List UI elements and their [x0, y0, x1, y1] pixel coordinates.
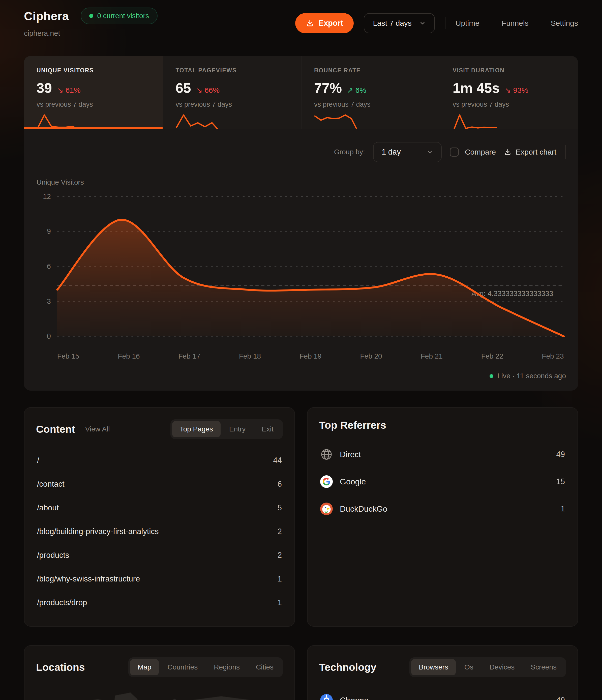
stat-card-total-pageviews[interactable]: TOTAL PAGEVIEWS65↘ 66%vs previous 7 days — [162, 56, 301, 129]
content-row[interactable]: /products2 — [36, 543, 283, 567]
date-range-value: Last 7 days — [373, 19, 411, 27]
header-divider — [445, 17, 446, 29]
tab-entry[interactable]: Entry — [222, 421, 253, 437]
content-title: Content — [36, 423, 75, 435]
stat-sparkline — [176, 113, 220, 129]
compare-label: Compare — [465, 148, 496, 156]
referrers-title: Top Referrers — [319, 419, 386, 431]
current-visitors-label: 0 current visitors — [97, 12, 149, 20]
tab-os[interactable]: Os — [457, 659, 481, 675]
referrer-name: Google — [340, 477, 366, 486]
stat-delta: ↘ 93% — [505, 86, 528, 95]
page-count: 1 — [278, 574, 282, 583]
export-button[interactable]: Export — [295, 13, 354, 33]
stat-card-visit-duration[interactable]: VISIT DURATION1m 45s↘ 93%vs previous 7 d… — [440, 56, 578, 129]
page-count: 2 — [278, 551, 282, 560]
panels-row-2: Locations MapCountriesRegionsCities — [24, 645, 578, 700]
x-tick-label: Feb 20 — [360, 352, 382, 360]
stat-label: BOUNCE RATE — [314, 67, 427, 74]
tab-regions[interactable]: Regions — [206, 659, 247, 675]
view-all-link[interactable]: View All — [85, 425, 110, 433]
content-panel: Content View All Top PagesEntryExit /44/… — [24, 407, 295, 627]
live-dot-icon — [490, 374, 493, 378]
content-row[interactable]: /44 — [36, 449, 283, 472]
svg-text:6: 6 — [47, 262, 51, 270]
page-path: / — [37, 456, 39, 465]
date-range-select[interactable]: Last 7 days — [364, 13, 435, 33]
page-path: /products — [37, 551, 69, 560]
controls-divider — [566, 145, 566, 159]
map-scandinavia — [167, 699, 181, 700]
technology-tabs: BrowsersOsDevicesScreens — [409, 657, 566, 677]
world-map-svg — [36, 685, 283, 700]
stat-card-unique-visitors[interactable]: UNIQUE VISITORS39↘ 61%vs previous 7 days — [24, 56, 162, 129]
content-row[interactable]: /products/drop1 — [36, 591, 283, 615]
content-row[interactable]: /contact6 — [36, 472, 283, 496]
export-chart-button[interactable]: Export chart — [504, 148, 556, 156]
site-title: Ciphera — [24, 9, 69, 23]
stat-compare-label: vs previous 7 days — [453, 101, 566, 108]
content-rows: /44/contact6/about5/blog/building-privac… — [36, 449, 283, 615]
panels-row-1: Content View All Top PagesEntryExit /44/… — [24, 407, 578, 627]
tab-screens[interactable]: Screens — [523, 659, 564, 675]
chart-controls: Group by: 1 day Compare Export chart — [36, 129, 566, 162]
tab-exit[interactable]: Exit — [254, 421, 281, 437]
tab-devices[interactable]: Devices — [482, 659, 522, 675]
locations-title: Locations — [36, 661, 85, 673]
analytics-dashboard: Ciphera 0 current visitors ciphera.net E… — [0, 0, 602, 700]
referrer-duckduckgo[interactable]: DuckDuckGo1 — [319, 495, 566, 523]
google-icon — [320, 475, 333, 488]
main-chart-panel: Group by: 1 day Compare Export chart Uni… — [24, 129, 578, 391]
visitors-area-chart[interactable]: 036912Avg: 4.333333333333333 — [36, 189, 566, 350]
compare-checkbox[interactable] — [450, 148, 459, 157]
tab-countries[interactable]: Countries — [160, 659, 205, 675]
svg-text:0: 0 — [47, 332, 51, 340]
tab-browsers[interactable]: Browsers — [411, 659, 456, 675]
page-path: /products/drop — [37, 598, 87, 607]
stat-compare-label: vs previous 7 days — [314, 101, 427, 108]
nav-link-settings[interactable]: Settings — [551, 19, 578, 27]
world-map[interactable] — [36, 685, 283, 700]
locations-panel: Locations MapCountriesRegionsCities — [24, 645, 295, 700]
live-status: Live · 11 seconds ago — [36, 372, 566, 380]
nav-link-uptime[interactable]: Uptime — [455, 19, 479, 27]
content-row[interactable]: /blog/building-privacy-first-analytics2 — [36, 520, 283, 543]
stat-card-bounce-rate[interactable]: BOUNCE RATE77%↗ 6%vs previous 7 days — [301, 56, 440, 129]
map-greenland — [115, 693, 137, 700]
referrer-name: Direct — [340, 450, 361, 459]
x-tick-label: Feb 22 — [481, 352, 503, 360]
technology-panel: Technology BrowsersOsDevicesScreens Chro… — [307, 645, 578, 700]
current-visitors-badge[interactable]: 0 current visitors — [81, 7, 157, 24]
site-identity: Ciphera 0 current visitors ciphera.net — [24, 7, 157, 38]
export-button-label: Export — [318, 19, 343, 28]
chart-area: Unique Visitors 036912Avg: 4.33333333333… — [36, 178, 566, 360]
stat-value-row: 39↘ 61% — [36, 80, 150, 96]
tab-top-pages[interactable]: Top Pages — [172, 421, 221, 437]
export-chart-label: Export chart — [516, 148, 556, 156]
map-russia — [188, 696, 274, 700]
tab-map[interactable]: Map — [130, 659, 159, 675]
group-by-value: 1 day — [382, 148, 401, 157]
stat-value: 39 — [36, 80, 52, 96]
green-dot-icon — [89, 14, 93, 18]
x-tick-label: Feb 19 — [300, 352, 321, 360]
stat-value-row: 65↘ 66% — [176, 80, 289, 96]
referrer-direct[interactable]: Direct49 — [319, 441, 566, 468]
stat-delta: ↗ 6% — [347, 86, 366, 95]
browser-chrome[interactable]: Chrome49 — [319, 686, 566, 700]
nav-link-funnels[interactable]: Funnels — [502, 19, 529, 27]
group-by-select[interactable]: 1 day — [373, 142, 442, 162]
stat-value-row: 1m 45s↘ 93% — [453, 80, 566, 96]
content-row[interactable]: /about5 — [36, 496, 283, 520]
page-count: 6 — [278, 480, 282, 489]
content-row[interactable]: /blog/why-swiss-infrastructure1 — [36, 567, 283, 591]
page-path: /blog/building-privacy-first-analytics — [37, 527, 158, 536]
tab-cities[interactable]: Cities — [248, 659, 281, 675]
avg-line-label: Avg: 4.333333333333333 — [471, 290, 553, 298]
stat-cards-row: UNIQUE VISITORS39↘ 61%vs previous 7 days… — [24, 56, 578, 129]
chrome-icon — [320, 694, 333, 700]
page-count: 2 — [278, 527, 282, 536]
stat-delta: ↘ 66% — [196, 86, 220, 95]
referrer-google[interactable]: Google15 — [319, 468, 566, 495]
stat-compare-label: vs previous 7 days — [176, 101, 289, 108]
